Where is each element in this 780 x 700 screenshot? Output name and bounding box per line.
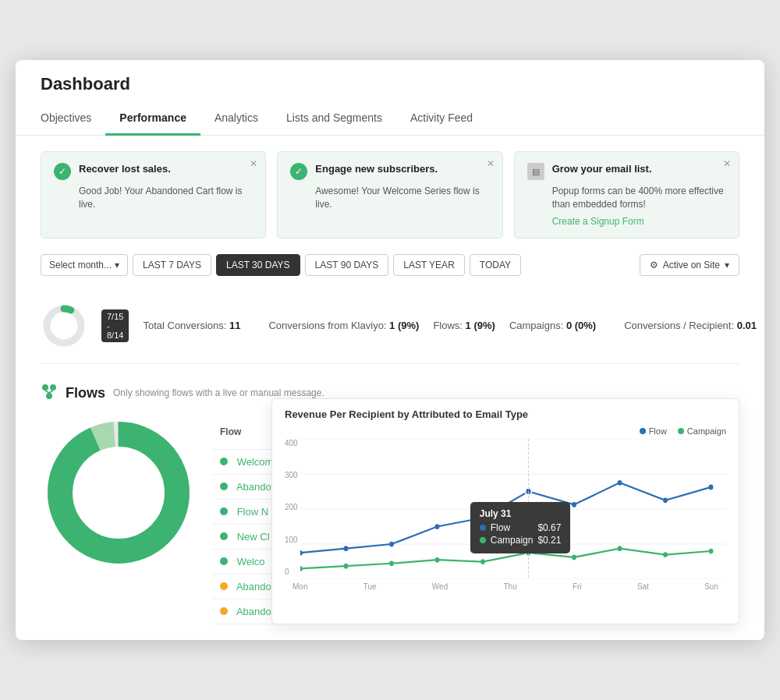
alerts-row: ✕ ✓ Recover lost sales. Good Job! Your A… <box>41 151 739 239</box>
svg-point-24 <box>709 484 714 490</box>
campaigns-stat: Campaigns: 0 (0%) <box>509 320 596 331</box>
svg-point-33 <box>663 552 668 557</box>
tab-lists-segments[interactable]: Lists and Segments <box>272 105 396 136</box>
total-conversions-stat: Total Conversions: 11 <box>143 320 240 331</box>
svg-point-34 <box>709 548 714 553</box>
check-icon-1: ✓ <box>54 163 71 180</box>
tab-bar: Objectives Performance Analytics Lists a… <box>41 105 739 135</box>
alert-close-3[interactable]: ✕ <box>723 158 731 169</box>
tab-activity-feed[interactable]: Activity Feed <box>396 105 487 136</box>
svg-point-8 <box>60 434 177 551</box>
tab-performance[interactable]: Performance <box>105 105 200 136</box>
chart-area: 400 300 200 100 0 <box>285 439 726 579</box>
svg-point-27 <box>389 560 394 566</box>
flow-link[interactable]: Abando <box>236 606 271 617</box>
legend-flow: Flow <box>640 426 667 436</box>
svg-point-15 <box>300 550 303 556</box>
flows-section: Flows Only showing flows with a live or … <box>41 383 739 624</box>
svg-point-3 <box>50 384 56 391</box>
flow-dot <box>220 483 228 490</box>
flows-subtitle: Only showing flows with a live or manual… <box>113 387 324 398</box>
tooltip-campaign-dot <box>480 537 486 543</box>
alert-close-1[interactable]: ✕ <box>250 158 257 169</box>
alert-desc-1: Good Job! Your Abandoned Cart flow is li… <box>79 185 253 211</box>
chart-legend: Flow Campaign <box>285 426 726 436</box>
svg-point-4 <box>46 393 52 399</box>
tooltip-date: July 31 <box>480 508 562 519</box>
svg-point-31 <box>572 554 576 560</box>
tooltip-campaign-row: Campaign $0.21 <box>480 535 562 546</box>
svg-point-17 <box>389 541 394 546</box>
header: Dashboard Objectives Performance Analyti… <box>16 60 764 136</box>
tooltip-flow-dot <box>480 525 486 531</box>
campaign-legend-dot <box>678 428 684 434</box>
flow-link[interactable]: Welco <box>237 556 265 567</box>
chevron-down-icon: ▾ <box>115 260 119 270</box>
chart-overlay: Revenue Per Recipient by Attributed to E… <box>271 398 739 624</box>
alert-title-3: Grow your email list. <box>552 163 652 175</box>
svg-point-26 <box>344 564 349 569</box>
flow-legend-dot <box>640 428 646 434</box>
chevron-down-icon-site: ▾ <box>725 260 729 270</box>
flow-dot <box>220 458 228 465</box>
chart-yaxis: 400 300 200 100 0 <box>285 439 298 579</box>
conv-per-recipient-stat: Conversions / Recipient: 0.01 <box>624 320 757 331</box>
svg-line-6 <box>49 391 53 393</box>
flow-dot <box>220 532 228 540</box>
mini-donut-chart <box>41 302 87 349</box>
alert-desc-2: Awesome! Your Welcome Series flow is liv… <box>315 185 489 211</box>
chart-tooltip: July 31 Flow $0.67 Campaign $0.21 <box>470 502 571 553</box>
svg-point-2 <box>42 384 48 391</box>
gear-icon: ⚙ <box>650 260 658 270</box>
filter-30days[interactable]: LAST 30 DAYS <box>216 254 300 276</box>
svg-point-29 <box>480 559 485 564</box>
page-title: Dashboard <box>41 74 739 94</box>
filter-year[interactable]: LAST YEAR <box>393 254 465 276</box>
filter-7days[interactable]: LAST 7 DAYS <box>133 254 211 276</box>
svg-point-28 <box>435 557 440 563</box>
flow-link[interactable]: Abando <box>236 581 271 592</box>
flows-stat: Flows: 1 (9%) <box>433 320 495 331</box>
tab-objectives[interactable]: Objectives <box>41 105 105 136</box>
stats-row: 7/15 - 8/14 Total Conversions: 11 Conver… <box>41 292 739 364</box>
flow-dot <box>220 607 228 615</box>
chart-title: Revenue Per Recipient by Attributed to E… <box>285 408 726 420</box>
filter-bar: Select month... ▾ LAST 7 DAYS LAST 30 DA… <box>41 254 739 276</box>
svg-point-0 <box>47 309 81 343</box>
svg-point-25 <box>300 566 303 571</box>
email-icon: ▤ <box>527 163 544 180</box>
alert-recover-sales: ✕ ✓ Recover lost sales. Good Job! Your A… <box>41 151 266 239</box>
flows-donut-chart <box>41 415 197 571</box>
svg-point-23 <box>663 497 668 503</box>
legend-campaign: Campaign <box>678 426 726 436</box>
flow-dot <box>220 507 228 515</box>
flows-content: Flow Conversions Conversions /Recipient … <box>41 415 739 624</box>
klaviyo-conversions-stat: Conversions from Klaviyo: 1 (9%) <box>268 320 419 331</box>
flow-link[interactable]: Flow N <box>237 506 268 518</box>
filter-today[interactable]: TODAY <box>470 254 521 276</box>
svg-point-22 <box>618 480 622 486</box>
alert-grow-list: ✕ ▤ Grow your email list. Popup forms ca… <box>514 151 739 239</box>
check-icon-2: ✓ <box>290 163 307 180</box>
flow-link[interactable]: New Cl <box>237 531 270 543</box>
main-content: ✕ ✓ Recover lost sales. Good Job! Your A… <box>16 136 764 640</box>
alert-desc-3: Popup forms can be 400% more effective t… <box>552 185 726 211</box>
tooltip-flow-row: Flow $0.67 <box>480 522 562 533</box>
alert-close-2[interactable]: ✕ <box>487 158 495 169</box>
alert-title-2: Engage new subscribers. <box>315 163 438 175</box>
create-signup-form-link[interactable]: Create a Signup Form <box>552 216 726 227</box>
flows-title: Flows <box>66 385 105 401</box>
month-select[interactable]: Select month... ▾ <box>41 254 128 276</box>
svg-point-18 <box>435 524 440 529</box>
svg-point-16 <box>344 546 349 551</box>
alert-engage-subscribers: ✕ ✓ Engage new subscribers. Awesome! You… <box>277 151 502 239</box>
active-site-dropdown[interactable]: ⚙ Active on Site ▾ <box>640 254 739 276</box>
main-window: Dashboard Objectives Performance Analyti… <box>16 60 764 640</box>
chart-xaxis: Mon Tue Wed Thu Fri Sat Sun <box>285 579 726 591</box>
filter-90days[interactable]: LAST 90 DAYS <box>305 254 389 276</box>
svg-point-21 <box>572 502 576 507</box>
date-range-badge: 7/15 - 8/14 <box>101 309 129 342</box>
flows-icon <box>41 383 58 404</box>
tab-analytics[interactable]: Analytics <box>200 105 272 136</box>
flow-dot <box>220 557 228 565</box>
